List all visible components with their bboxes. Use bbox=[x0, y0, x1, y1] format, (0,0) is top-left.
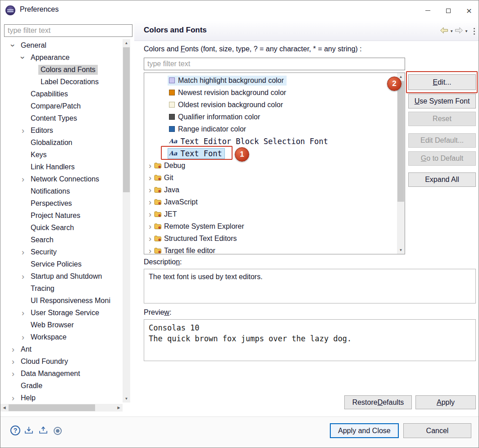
restore-defaults-button[interactable]: Restore Defaults bbox=[344, 395, 412, 409]
chevron-collapsed-icon[interactable]: › bbox=[146, 222, 154, 231]
scroll-down-icon[interactable]: ▼ bbox=[397, 246, 405, 254]
export-preferences-icon[interactable] bbox=[38, 426, 48, 434]
chevron-expanded-icon[interactable]: › bbox=[9, 40, 17, 51]
preview-box[interactable]: Consolas 10 The quick brown fox jumps ov… bbox=[144, 319, 476, 361]
list-item-newest-revision-background-color[interactable]: Newest revision background color bbox=[144, 86, 405, 99]
sidebar-item-help[interactable]: ›Help bbox=[4, 392, 122, 403]
sidebar-item-notifications[interactable]: Notifications bbox=[4, 185, 122, 197]
sidebar-item-project-natures[interactable]: Project Natures bbox=[4, 209, 122, 222]
chevron-collapsed-icon[interactable]: › bbox=[146, 198, 154, 206]
list-vertical-scrollbar[interactable]: ▲ ▼ bbox=[397, 73, 405, 254]
view-menu-icon[interactable] bbox=[474, 28, 475, 35]
list-scrollbar-thumb[interactable] bbox=[397, 81, 404, 202]
list-item-match-highlight-background-color[interactable]: Match highlight background color bbox=[144, 74, 405, 86]
scroll-right-icon[interactable]: ▶ bbox=[115, 404, 123, 412]
chevron-collapsed-icon[interactable]: › bbox=[146, 210, 154, 218]
chevron-collapsed-icon[interactable]: › bbox=[18, 127, 28, 135]
sidebar-item-general[interactable]: ›General bbox=[4, 39, 122, 51]
sidebar-item-startup-and-shutdown[interactable]: ›Startup and Shutdown bbox=[4, 270, 122, 282]
chevron-collapsed-icon[interactable]: › bbox=[8, 394, 18, 402]
scroll-up-icon[interactable]: ▲ bbox=[123, 39, 130, 47]
sidebar-item-search[interactable]: Search bbox=[4, 234, 122, 246]
sidebar-item-ant[interactable]: ›Ant bbox=[4, 343, 122, 355]
list-item-git[interactable]: ›Git bbox=[144, 172, 405, 184]
list-item-debug[interactable]: ›Debug bbox=[144, 159, 405, 172]
chevron-collapsed-icon[interactable]: › bbox=[146, 235, 154, 243]
sidebar-item-web-browser[interactable]: Web Browser bbox=[4, 319, 122, 331]
use-system-font-button[interactable]: Use System Font bbox=[408, 94, 476, 109]
import-preferences-icon[interactable] bbox=[24, 426, 34, 434]
list-item-label: JavaScript bbox=[164, 198, 198, 206]
sidebar-item-data-management[interactable]: ›Data Management bbox=[4, 367, 122, 380]
chevron-collapsed-icon[interactable]: › bbox=[18, 333, 28, 341]
sidebar-item-workspace[interactable]: ›Workspace bbox=[4, 331, 122, 343]
chevron-collapsed-icon[interactable]: › bbox=[8, 370, 18, 378]
sidebar-item-link-handlers[interactable]: Link Handlers bbox=[4, 161, 122, 173]
cancel-button[interactable]: Cancel bbox=[403, 423, 471, 438]
list-item-target-file-editor[interactable]: ›Target file editor bbox=[144, 244, 405, 254]
sidebar-item-perspectives[interactable]: Perspectives bbox=[4, 197, 122, 209]
sidebar-item-tracing[interactable]: Tracing bbox=[4, 282, 122, 294]
forward-dropdown-icon[interactable]: ▼ bbox=[465, 29, 468, 33]
sidebar-item-compare-patch[interactable]: Compare/Patch bbox=[4, 100, 122, 112]
record-preferences-icon[interactable] bbox=[54, 427, 62, 435]
sidebar-item-service-policies[interactable]: Service Policies bbox=[4, 258, 122, 270]
list-item-java[interactable]: ›Java bbox=[144, 184, 405, 196]
sidebar-item-globalization[interactable]: Globalization bbox=[4, 136, 122, 149]
list-item-jet[interactable]: ›JET bbox=[144, 208, 405, 220]
sidebar-item-colors-and-fonts[interactable]: Colors and Fonts bbox=[4, 63, 122, 76]
list-item-oldest-revision-background-color[interactable]: Oldest revision background color bbox=[144, 99, 405, 111]
sidebar-horizontal-scrollbar[interactable]: ◀ ▶ bbox=[0, 404, 123, 412]
sidebar-filter-input[interactable] bbox=[4, 24, 132, 37]
sidebar-hscrollbar-thumb[interactable] bbox=[9, 404, 95, 411]
forward-icon[interactable] bbox=[455, 27, 463, 36]
help-icon[interactable]: ? bbox=[10, 425, 20, 435]
list-filter-input[interactable] bbox=[144, 58, 405, 70]
chevron-collapsed-icon[interactable]: › bbox=[146, 247, 154, 255]
sidebar-item-keys[interactable]: Keys bbox=[4, 149, 122, 161]
sidebar-item-network-connections[interactable]: ›Network Connections bbox=[4, 173, 122, 185]
chevron-collapsed-icon[interactable]: › bbox=[18, 272, 28, 281]
apply-and-close-button[interactable]: Apply and Close bbox=[330, 423, 399, 438]
list-item-qualifier-information-color[interactable]: Qualifier information color bbox=[144, 111, 405, 123]
sidebar-scrollbar-thumb[interactable] bbox=[123, 47, 130, 192]
list-item-text-editor-block-selection-font[interactable]: AaText Editor Block Selection Font bbox=[144, 135, 405, 147]
sidebar-item-content-types[interactable]: Content Types bbox=[4, 112, 122, 124]
sidebar-item-appearance[interactable]: ›Appearance bbox=[4, 51, 122, 63]
close-button[interactable]: × bbox=[459, 0, 479, 21]
list-item-remote-system-explorer[interactable]: ›Remote System Explorer bbox=[144, 220, 405, 232]
expand-all-button[interactable]: Expand All bbox=[408, 172, 476, 187]
chevron-expanded-icon[interactable]: › bbox=[19, 52, 27, 63]
sidebar-item-security[interactable]: ›Security bbox=[4, 246, 122, 258]
sidebar-item-label-decorations[interactable]: Label Decorations bbox=[4, 76, 122, 88]
apply-button[interactable]: Apply bbox=[415, 395, 476, 409]
chevron-collapsed-icon[interactable]: › bbox=[8, 357, 18, 366]
sidebar-item-gradle[interactable]: Gradle bbox=[4, 380, 122, 392]
minimize-button[interactable] bbox=[417, 0, 438, 21]
close-icon: × bbox=[466, 6, 472, 15]
sidebar-item-ui-responsiveness-moni[interactable]: UI Responsiveness Moni bbox=[4, 294, 122, 307]
scroll-down-icon[interactable]: ▼ bbox=[123, 395, 130, 403]
maximize-button[interactable] bbox=[438, 0, 459, 21]
chevron-collapsed-icon[interactable]: › bbox=[18, 175, 28, 183]
list-item-structured-text-editors[interactable]: ›Structured Text Editors bbox=[144, 232, 405, 244]
chevron-collapsed-icon[interactable]: › bbox=[146, 162, 154, 170]
sidebar-vertical-scrollbar[interactable]: ▲ ▼ bbox=[123, 39, 130, 403]
chevron-collapsed-icon[interactable]: › bbox=[8, 345, 18, 353]
sidebar-item-capabilities[interactable]: Capabilities bbox=[4, 88, 122, 100]
list-item-javascript[interactable]: ›JavaScript bbox=[144, 196, 405, 208]
chevron-collapsed-icon[interactable]: › bbox=[146, 186, 154, 194]
scroll-left-icon[interactable]: ◀ bbox=[0, 404, 8, 412]
titlebar[interactable]: Preferences × bbox=[0, 0, 479, 21]
sidebar-item-cloud-foundry[interactable]: ›Cloud Foundry bbox=[4, 355, 122, 367]
sidebar-item-quick-search[interactable]: Quick Search bbox=[4, 222, 122, 234]
chevron-collapsed-icon[interactable]: › bbox=[146, 174, 154, 182]
chevron-collapsed-icon[interactable]: › bbox=[18, 248, 28, 256]
back-icon[interactable] bbox=[440, 27, 448, 36]
list-item-range-indicator-color[interactable]: Range indicator color bbox=[144, 123, 405, 135]
back-dropdown-icon[interactable]: ▼ bbox=[450, 29, 453, 33]
sidebar-item-label: Web Browser bbox=[28, 320, 76, 330]
chevron-collapsed-icon[interactable]: › bbox=[18, 309, 28, 317]
sidebar-item-editors[interactable]: ›Editors bbox=[4, 124, 122, 136]
sidebar-item-user-storage-service[interactable]: ›User Storage Service bbox=[4, 307, 122, 319]
